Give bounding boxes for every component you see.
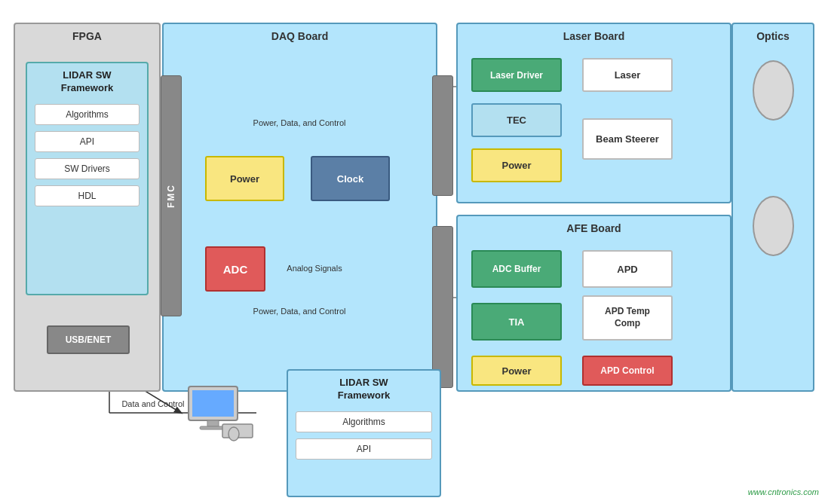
fmc-bar: FMC	[161, 75, 182, 316]
laser-driver-label: Laser Driver	[490, 70, 543, 81]
laser-board-title: Laser Board	[458, 24, 730, 45]
fpga-algorithms-item: Algorithms	[35, 104, 140, 125]
data-control-label: Data and Control	[112, 399, 195, 408]
apd-label: APD	[617, 264, 637, 275]
usb-enet-label: USB/ENET	[66, 334, 112, 345]
optic-lens-bottom	[753, 196, 794, 256]
laser-power-block: Power	[471, 148, 562, 182]
apd-control-label: APD Control	[600, 365, 654, 376]
daq-clock-block: Clock	[311, 156, 390, 201]
optics-title: Optics	[753, 24, 793, 45]
bottom-algorithms-item: Algorithms	[296, 411, 432, 432]
optics-block: Optics	[731, 23, 814, 392]
lidar-sw-fpga-block: LIDAR SWFramework Algorithms API SW Driv…	[26, 62, 149, 295]
laser-label: Laser	[615, 69, 641, 81]
connector-bar-bottom	[432, 226, 453, 388]
apd-temp-comp-block: APD TempComp	[582, 295, 673, 341]
apd-temp-comp-label: APD TempComp	[605, 306, 650, 329]
adc-buffer-label: ADC Buffer	[492, 264, 541, 274]
connector-bar-top	[432, 75, 453, 196]
afe-power-label: Power	[501, 365, 531, 377]
afe-board-title: AFE Board	[458, 216, 730, 237]
daq-title: DAQ Board	[164, 24, 436, 45]
laser-comp-block: Laser	[582, 58, 673, 92]
daq-power-label: Power	[230, 173, 259, 185]
lidar-sw-bottom-block: LIDAR SWFramework Algorithms API	[287, 369, 441, 497]
diagram-container: FPGA LIDAR SWFramework Algorithms API SW…	[0, 0, 828, 504]
daq-adc-label: ADC	[223, 263, 248, 276]
laser-driver-block: Laser Driver	[471, 58, 562, 92]
usb-enet-block: USB/ENET	[47, 325, 130, 354]
afe-power-block: Power	[471, 356, 562, 386]
afe-board-block: AFE Board ADC Buffer APD TIA APD TempCom…	[456, 215, 731, 392]
apd-control-block: APD Control	[582, 356, 673, 386]
tec-label: TEC	[507, 115, 526, 126]
tia-block: TIA	[471, 303, 562, 341]
watermark: www.cntronics.com	[748, 487, 819, 496]
daq-power-block: Power	[205, 156, 284, 201]
adc-buffer-block: ADC Buffer	[471, 250, 562, 288]
lidar-sw-bottom-title: LIDAR SWFramework	[288, 371, 440, 405]
svg-point-15	[228, 427, 239, 441]
tec-block: TEC	[471, 103, 562, 137]
laser-power-label: Power	[501, 160, 531, 171]
beam-steerer-label: Beam Steerer	[596, 133, 659, 145]
power-data-control-bottom-label: Power, Data, and Control	[209, 307, 390, 316]
fpga-block: FPGA LIDAR SWFramework Algorithms API SW…	[14, 23, 161, 392]
beam-steerer-block: Beam Steerer	[582, 118, 673, 160]
fpga-hdl-item: HDL	[35, 185, 140, 206]
computer-icon	[181, 383, 256, 443]
daq-adc-block: ADC	[205, 246, 265, 292]
laser-board-block: Laser Board Laser Driver TEC Power Laser…	[456, 23, 731, 203]
tia-label: TIA	[509, 316, 525, 328]
fpga-title: FPGA	[15, 24, 159, 45]
svg-rect-11	[192, 390, 234, 417]
lidar-sw-fpga-title: LIDAR SWFramework	[27, 63, 147, 98]
optic-lens-top	[753, 60, 794, 121]
apd-block: APD	[582, 250, 673, 288]
analog-signals-label: Analog Signals	[265, 264, 363, 273]
daq-clock-label: Clock	[337, 173, 363, 185]
power-data-control-top-label: Power, Data, and Control	[209, 118, 390, 127]
svg-rect-12	[207, 420, 219, 426]
daq-block: DAQ Board Power Clock ADC Power, Data, a…	[162, 23, 437, 392]
bottom-api-item: API	[296, 438, 432, 460]
computer-svg	[181, 383, 256, 443]
fpga-api-item: API	[35, 131, 140, 152]
fpga-sw-drivers-item: SW Drivers	[35, 158, 140, 179]
fmc-label: FMC	[166, 184, 176, 208]
